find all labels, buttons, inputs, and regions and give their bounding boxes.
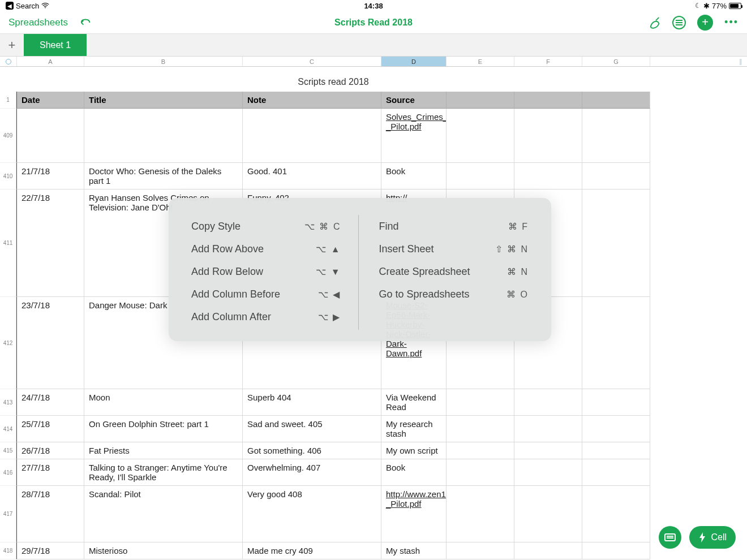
row-number[interactable]: 418 [0,542,16,559]
cell-empty[interactable] [514,442,582,459]
cell-note[interactable]: Sad and sweet. 405 [243,416,381,442]
cell-note[interactable]: Very good 408 [243,486,381,542]
row-number[interactable]: 1 [0,92,16,109]
row-number[interactable]: 416 [0,459,16,486]
header-note[interactable]: Note [243,92,381,109]
cell-date[interactable] [16,109,84,163]
style-circle-icon[interactable] [672,16,686,29]
menu-item[interactable]: Copy Style⌥ ⌘ C [191,215,341,238]
cell-title[interactable]: Fat Priests [84,442,243,459]
cell-date[interactable]: 25/7/18 [16,416,84,442]
cell-title[interactable]: Moon [84,389,243,416]
col-head-d[interactable]: D [381,57,447,66]
undo-icon[interactable] [79,18,92,28]
cell-empty[interactable] [582,389,650,416]
cell-date[interactable]: 29/7/18 [16,542,84,559]
cell-note[interactable]: Made me cry 409 [243,542,381,559]
cell-source[interactable]: Book [381,163,447,189]
cell-empty[interactable] [447,416,514,442]
add-sheet-button[interactable]: + [0,34,24,56]
cell-button[interactable]: Cell [689,526,736,549]
table-title[interactable]: Scripts read 2018 [16,67,650,92]
cell-date[interactable]: 24/7/18 [16,389,84,416]
header-empty-e[interactable] [447,92,514,109]
cell-empty[interactable] [514,542,582,559]
cell-empty[interactable] [582,486,650,542]
menu-item[interactable]: Insert Sheet⇧ ⌘ N [379,238,529,260]
menu-item[interactable]: Create Spreadsheet⌘ N [379,260,529,283]
row-number[interactable]: 415 [0,442,16,459]
cell-title[interactable]: Misterioso [84,542,243,559]
cell-date[interactable]: 22/7/18 [16,189,84,297]
cell-empty[interactable] [514,389,582,416]
link[interactable]: http://www.zen134237.zen.co.uk/Scandal/S… [386,489,447,509]
cell-empty[interactable] [582,189,650,297]
cell-note[interactable]: Good. 401 [243,163,381,189]
menu-item[interactable]: Add Row Above⌥ ▲ [191,238,341,260]
back-app-icon[interactable]: ◀ [6,2,14,10]
cell-date[interactable]: 21/7/18 [16,163,84,189]
sheet-tab-1[interactable]: Sheet 1 [24,34,87,56]
header-date[interactable]: Date [16,92,84,109]
menu-item[interactable]: Go to Spreadsheets⌘ O [379,283,529,305]
cell-empty[interactable] [447,389,514,416]
back-app-label[interactable]: Search [16,2,39,10]
documents-back-button[interactable]: Spreadsheets [8,17,68,28]
cell-empty[interactable] [582,542,650,559]
menu-item[interactable]: Find⌘ F [379,215,529,238]
menu-item[interactable]: Add Column After⌥ ▶ [191,305,341,328]
row-number[interactable]: 413 [0,389,16,416]
paintbrush-icon[interactable] [649,16,661,29]
cell-date[interactable]: 23/7/18 [16,297,84,389]
cell-source[interactable]: Book [381,459,447,486]
cell-empty[interactable] [447,163,514,189]
row-number[interactable]: 410 [0,163,16,189]
cell-empty[interactable] [447,486,514,542]
cell-empty[interactable] [447,109,514,163]
col-head-e[interactable]: E [447,57,514,66]
add-button[interactable]: + [697,15,713,31]
header-empty-f[interactable] [514,92,582,109]
cell-empty[interactable] [447,459,514,486]
col-head-c[interactable]: C [243,57,381,66]
menu-item[interactable]: Add Column Before⌥ ◀ [191,283,341,305]
col-head-g[interactable]: G [582,57,650,66]
cell-source[interactable]: My own script [381,442,447,459]
cell-empty[interactable] [582,459,650,486]
row-number[interactable]: 412 [0,297,16,389]
col-head-f[interactable]: F [514,57,582,66]
cell-note[interactable] [243,109,381,163]
menu-item[interactable]: Add Row Below⌥ ▼ [191,260,341,283]
cell-title[interactable] [84,109,243,163]
header-source[interactable]: Source [381,92,447,109]
cell-date[interactable]: 27/7/18 [16,459,84,486]
cell-empty[interactable] [582,416,650,442]
cell-empty[interactable] [514,416,582,442]
cell-source[interactable]: http://www.zen134237.zen.co.uk/Scandal/S… [381,486,447,542]
link[interactable]: Solves_Crimes_On_Television/Ryan_Hansen_… [386,112,447,131]
cell-title[interactable]: Doctor Who: Genesis of the Daleks part 1 [84,163,243,189]
cell-empty[interactable] [582,109,650,163]
cell-note[interactable]: Overwhelming. 407 [243,459,381,486]
cell-empty[interactable] [514,459,582,486]
keyboard-button[interactable] [659,526,681,549]
cell-source[interactable]: My research stash [381,416,447,442]
select-all-corner[interactable] [0,57,16,66]
col-head-b[interactable]: B [84,57,243,66]
more-icon[interactable]: ••• [724,16,739,28]
cell-empty[interactable] [447,442,514,459]
row-number[interactable]: 414 [0,416,16,442]
cell-empty[interactable] [582,297,650,389]
cell-empty[interactable] [447,542,514,559]
cell-empty[interactable] [582,442,650,459]
cell-empty[interactable] [514,109,582,163]
row-number[interactable]: 411 [0,189,16,297]
cell-source[interactable]: Solves_Crimes_On_Television/Ryan_Hansen_… [381,109,447,163]
cell-note[interactable]: Got something. 406 [243,442,381,459]
col-head-a[interactable]: A [16,57,84,66]
cell-note[interactable]: Superb 404 [243,389,381,416]
cell-date[interactable]: 28/7/18 [16,486,84,542]
header-empty-g[interactable] [582,92,650,109]
document-title[interactable]: Scripts Read 2018 [334,18,413,28]
cell-empty[interactable] [582,163,650,189]
